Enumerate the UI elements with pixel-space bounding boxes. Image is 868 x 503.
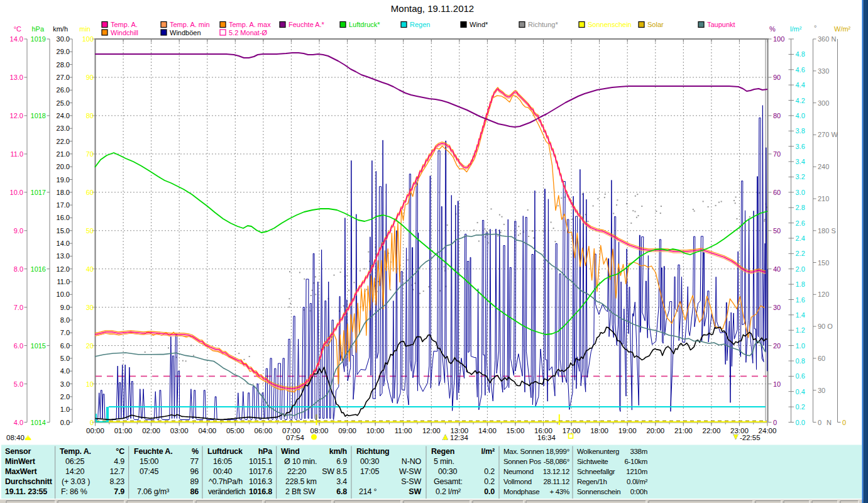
svg-text:16.0: 16.0 xyxy=(57,214,70,221)
svg-text:4.6: 4.6 xyxy=(796,66,805,74)
svg-text:150: 150 xyxy=(818,259,829,267)
svg-text:+ 43%: + 43% xyxy=(550,488,570,495)
svg-text:Wind*: Wind* xyxy=(470,21,488,28)
svg-text:120: 120 xyxy=(818,290,829,298)
svg-text:15:00: 15:00 xyxy=(140,457,159,466)
svg-text:80: 80 xyxy=(86,112,94,119)
svg-text:7.9: 7.9 xyxy=(114,487,124,496)
svg-text:8.0: 8.0 xyxy=(60,316,70,324)
svg-text:27.0: 27.0 xyxy=(57,74,70,81)
svg-text:4.2: 4.2 xyxy=(796,97,805,104)
svg-text:21:00: 21:00 xyxy=(674,427,693,434)
svg-text:0.0: 0.0 xyxy=(60,419,70,426)
svg-text:N: N xyxy=(827,419,832,426)
svg-text:0.6: 0.6 xyxy=(796,372,805,380)
svg-text:30.0: 30.0 xyxy=(57,35,70,43)
svg-text:1.4: 1.4 xyxy=(796,311,805,319)
svg-text:70: 70 xyxy=(773,150,781,158)
svg-text:1.8: 1.8 xyxy=(796,280,805,288)
svg-text:1019: 1019 xyxy=(31,35,46,43)
svg-text:19.0: 19.0 xyxy=(57,176,70,184)
svg-text:20.0: 20.0 xyxy=(57,163,70,170)
svg-text:Regen: Regen xyxy=(431,447,454,456)
svg-text:8.23: 8.23 xyxy=(109,477,124,486)
svg-text:08:00: 08:00 xyxy=(310,427,329,434)
svg-text:96: 96 xyxy=(190,467,199,476)
svg-text:70: 70 xyxy=(86,150,94,158)
svg-text:Sichtweite: Sichtweite xyxy=(577,458,608,465)
svg-text:17.0: 17.0 xyxy=(57,201,70,209)
svg-text:16:34: 16:34 xyxy=(537,434,556,441)
svg-text:18:00: 18:00 xyxy=(590,427,608,434)
svg-text:08:40: 08:40 xyxy=(6,434,25,441)
svg-text:12.0: 12.0 xyxy=(10,112,23,119)
svg-text:Neumond: Neumond xyxy=(503,468,534,475)
svg-text:5.0: 5.0 xyxy=(14,380,23,388)
svg-text:Richtung*: Richtung* xyxy=(528,21,558,28)
svg-text:28.11.12: 28.11.12 xyxy=(543,478,569,485)
svg-text:0: 0 xyxy=(842,419,846,426)
svg-text:60: 60 xyxy=(773,189,781,196)
svg-text:00:30: 00:30 xyxy=(360,457,380,466)
svg-text:30: 30 xyxy=(773,304,781,311)
svg-text:4.4: 4.4 xyxy=(796,81,805,89)
svg-text:0: 0 xyxy=(90,419,94,426)
svg-text:00:40: 00:40 xyxy=(213,467,233,476)
svg-text:4.8: 4.8 xyxy=(796,50,805,58)
svg-text:-22:55: -22:55 xyxy=(740,434,761,441)
svg-text:2.0: 2.0 xyxy=(796,265,805,273)
svg-text:0.2: 0.2 xyxy=(484,467,495,476)
svg-text:210: 210 xyxy=(818,195,829,202)
svg-text:Ø 10 min.: Ø 10 min. xyxy=(284,457,317,466)
svg-text:360 N: 360 N xyxy=(818,35,836,43)
svg-text:km/h: km/h xyxy=(53,25,68,33)
svg-text:05:00: 05:00 xyxy=(226,427,244,434)
svg-text:Montag, 19.11.2012: Montag, 19.11.2012 xyxy=(391,3,474,14)
svg-text:23.0: 23.0 xyxy=(57,124,70,132)
svg-text:10: 10 xyxy=(773,380,781,388)
svg-text:Temp. A. max: Temp. A. max xyxy=(229,21,271,28)
svg-text:(+ 3.03 ): (+ 3.03 ) xyxy=(62,477,90,486)
svg-text:300: 300 xyxy=(818,99,829,107)
svg-text:4.0: 4.0 xyxy=(60,367,70,375)
svg-text:1014: 1014 xyxy=(31,419,46,426)
svg-text:6.8: 6.8 xyxy=(336,487,347,496)
svg-text:2.4: 2.4 xyxy=(796,235,805,242)
svg-text:12.0: 12.0 xyxy=(57,265,70,273)
svg-text:0: 0 xyxy=(773,419,777,426)
svg-text:Luftdruck*: Luftdruck* xyxy=(349,21,380,28)
svg-text:03:00: 03:00 xyxy=(170,427,189,434)
svg-text:Windchill: Windchill xyxy=(111,29,138,36)
svg-text:2.8: 2.8 xyxy=(796,204,805,211)
svg-text:16:05: 16:05 xyxy=(213,457,233,466)
svg-text:13.12.12: 13.12.12 xyxy=(543,468,569,475)
svg-text:10.0: 10.0 xyxy=(57,290,70,298)
svg-text:Regen/1h: Regen/1h xyxy=(577,478,607,485)
svg-text:89: 89 xyxy=(190,477,199,486)
svg-text:MinWert: MinWert xyxy=(5,457,36,466)
svg-text:06:25: 06:25 xyxy=(65,457,85,466)
svg-text:07:45: 07:45 xyxy=(140,467,159,476)
svg-text:Gesamt:: Gesamt: xyxy=(434,477,463,486)
svg-text:Wolkenunterg: Wolkenunterg xyxy=(577,448,619,455)
svg-text:5.2 Monat-Ø: 5.2 Monat-Ø xyxy=(229,29,268,36)
svg-text:17:05: 17:05 xyxy=(360,467,380,476)
svg-text:01:00: 01:00 xyxy=(114,427,133,434)
svg-text:26.0: 26.0 xyxy=(57,86,70,94)
svg-text:0.2: 0.2 xyxy=(796,403,805,411)
svg-text:228.5 km: 228.5 km xyxy=(285,477,317,486)
svg-text:6.0: 6.0 xyxy=(60,342,70,350)
svg-text:06:00: 06:00 xyxy=(255,427,273,434)
svg-text:60: 60 xyxy=(818,355,825,362)
svg-text:07:54: 07:54 xyxy=(286,434,304,441)
svg-text:MaxWert: MaxWert xyxy=(5,467,38,476)
svg-text:18.0: 18.0 xyxy=(57,189,70,196)
svg-text:10:00: 10:00 xyxy=(366,427,385,434)
svg-text:1016: 1016 xyxy=(31,265,46,273)
svg-text:Richtung: Richtung xyxy=(356,447,390,456)
svg-text:Regen: Regen xyxy=(410,21,430,28)
svg-text:1.6: 1.6 xyxy=(796,296,805,304)
svg-text:1017: 1017 xyxy=(31,189,46,196)
svg-text:l/m²: l/m² xyxy=(481,447,495,456)
svg-text:13.0: 13.0 xyxy=(10,74,23,81)
